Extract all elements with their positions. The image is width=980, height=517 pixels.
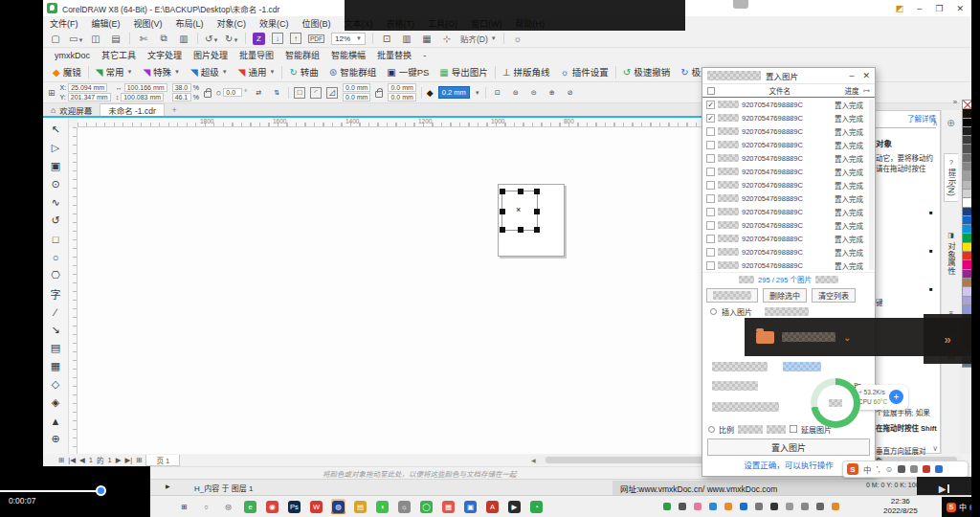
menu-item[interactable]: 文件(F) [43,17,85,30]
row-checkbox[interactable]: ✓ [706,221,715,230]
file-row[interactable]: ✓ 92070547698889C 置入完成 [702,218,875,232]
rulers-icon[interactable]: ▥ [400,34,413,44]
publish-pdf-icon[interactable]: PDF [308,34,324,43]
selection-handle[interactable] [518,189,523,194]
quick-customize-icon[interactable]: ⊕ [947,118,954,128]
selection-handle[interactable] [500,189,505,194]
row-checkbox[interactable]: ✓ [706,168,715,176]
taskbar-app-icon[interactable]: Ps [287,499,301,514]
selection-handle[interactable] [534,189,540,194]
plugin-menu-item[interactable]: 批量导图 [235,49,278,61]
selection-handle[interactable] [500,227,505,233]
tray-icon[interactable] [786,503,793,510]
select-all-checkbox[interactable] [707,87,715,95]
undo-icon[interactable]: ↺▼ [205,34,218,44]
taskbar-app-icon[interactable]: ▶ [507,499,522,514]
toolbox-tool[interactable]: ⎔ [45,266,66,284]
file-row[interactable]: ✓ 92070547698889C 置入完成 [702,124,875,138]
tray-icon[interactable] [801,503,809,510]
chamfered-corner-icon[interactable]: ◿ [326,87,338,99]
outline-width-field[interactable]: 0.2 mm [438,86,470,99]
toolbox-tool[interactable]: ∕ [45,303,66,321]
file-row[interactable]: ✓ 92070547698889C 置入完成 [702,258,875,272]
toolbox-tool[interactable]: ○ [45,248,66,266]
wrap-text-icon[interactable]: ⊡ [491,89,504,97]
row-checkbox[interactable]: ✓ [706,127,715,136]
row-checkbox[interactable]: ✓ [706,248,715,257]
tray-icon[interactable] [816,503,824,510]
plugin-toolbar-button[interactable]: ☼ 插件设置 ▼ [557,65,612,79]
snap-dropdown[interactable]: 贴齐(D)▼ [460,33,497,44]
docker-tab[interactable]: ◨ 对象属性 [945,227,958,280]
insert-radio[interactable] [710,308,717,315]
dialog-minimize-icon[interactable]: – [849,71,854,80]
zoom-level-combobox[interactable]: 12%▼ [331,33,366,45]
tray-icon[interactable] [663,503,671,510]
file-row[interactable]: ✓ 92070547698889C 置入完成 [702,232,875,245]
emoji-icon[interactable]: ☺ [885,464,894,474]
file-row[interactable]: ✓ 92070547698889C 置入完成 [702,98,875,111]
save-icon[interactable]: ◫ [89,34,102,44]
scale-x-field[interactable]: 38.0 [172,83,191,92]
misc-icon[interactable]: ⊘ [564,89,577,97]
file-row[interactable]: ✓ 92070547698889C 置入完成 [702,138,875,151]
taskbar-app-icon[interactable]: ▣ [463,499,478,514]
tab-document[interactable]: 未命名 -1.cdr [100,103,165,116]
scalloped-corner-icon[interactable]: ◜ [310,87,322,99]
keyboard-icon[interactable] [910,465,918,473]
plugin-menu-item[interactable]: 其它工具 [98,49,140,61]
toolbox-tool[interactable]: ↖ [45,121,66,139]
close-button[interactable]: ✕ [956,4,964,13]
account-icon[interactable]: ◩ [896,4,904,13]
row-checkbox[interactable]: ✓ [706,235,715,243]
microphone-icon[interactable] [898,465,905,473]
mirror-horizontal-icon[interactable]: ⇄ [252,89,265,97]
link-radius-icon[interactable] [375,91,383,98]
minimize-button[interactable]: – [917,4,922,13]
toolbox-tool[interactable]: ▣ [45,157,66,175]
extend-checkbox[interactable] [790,425,797,433]
taskbar-app-icon[interactable]: ◖ [375,499,390,514]
width-field[interactable]: 100.166 mm [124,83,167,92]
dialog-title-bar[interactable]: 置入图片 – ✕ [702,68,875,84]
plugin-toolbar-button[interactable]: ◥ 通用 ▼ [234,65,279,79]
plugin-toolbar-button[interactable] [615,66,616,79]
plugin-menu-item[interactable]: 智能群组 [281,49,323,61]
row-checkbox[interactable]: ✓ [706,194,715,203]
plugin-toolbar-button[interactable] [281,66,282,79]
toolbox-tool[interactable]: ↘ [45,321,66,339]
taskbar-app-icon[interactable]: ◔ [529,499,544,514]
print-icon[interactable]: ▤ [109,34,122,44]
file-row[interactable]: ✓ 92070547698889C 置入完成 [702,245,875,258]
memory-gauge-widget[interactable] [811,378,860,428]
toolbox-tool[interactable]: □ [45,230,66,248]
chevron-down-icon[interactable]: ▼ [475,90,480,96]
punctuation-icon[interactable]: ’, [877,464,880,474]
plugin-menu-item[interactable]: 图片处理 [189,49,232,61]
menu-item[interactable]: 视图(V) [127,17,169,30]
toolbox-tool[interactable]: ⊕ [45,430,66,448]
toolbox-tool[interactable]: 字 [45,284,66,303]
taskbar-app-icon[interactable]: ◍ [331,499,345,514]
scale-y-field[interactable]: 46.1 [172,93,191,101]
place-images-button[interactable]: 置入图片 [707,438,870,456]
tab-welcome-screen[interactable]: ⌂ 欢迎屏幕 [43,103,100,116]
lock-ratio-icon[interactable] [204,91,212,98]
redo-icon[interactable]: ↻▼ [225,34,238,44]
docker-tab[interactable]: ? 提示(N) [944,153,958,202]
row-checkbox[interactable]: ✓ [706,101,715,109]
page-tab[interactable]: 页 1 [145,455,180,466]
selection-center-marker[interactable]: × [516,205,521,214]
y-position-field[interactable]: 201.347 mm [68,93,111,101]
tray-icon[interactable] [770,503,778,510]
plugin-toolbar-button[interactable] [495,66,496,79]
file-row[interactable]: ✓ 92070547698889C 置入完成 [702,191,875,205]
skin-icon[interactable] [923,465,930,473]
docker-collapse-icon[interactable]: » [953,98,957,106]
plugin-toolbar-button[interactable]: ◥ 超级 ▼ [187,65,232,79]
plugin-toolbar-button[interactable]: ⊥ 拼版角线 ▼ [499,65,554,79]
row-checkbox[interactable]: ✓ [706,261,715,270]
plugin-toolbar-button[interactable]: ↺ 极速撤销 ▼ [619,65,674,79]
file-row[interactable]: ✓ 92070547698889C 置入完成 [702,165,875,178]
selection-handle[interactable] [518,227,523,233]
